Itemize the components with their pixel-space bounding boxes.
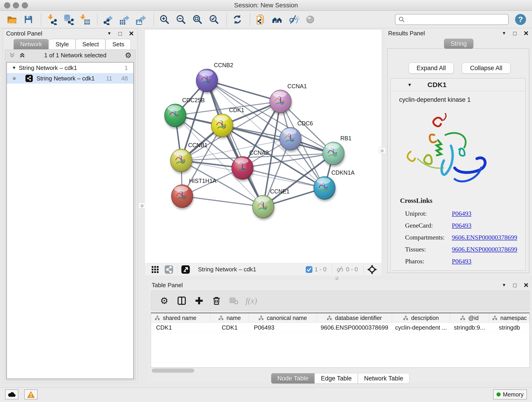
network-node-CCNB2[interactable]: CCNB2 (196, 62, 233, 92)
network-edge-HIST1H1A-CCNE1[interactable] (182, 196, 263, 207)
column-header-database-identifier[interactable]: database identifier (317, 313, 392, 322)
export-network-icon[interactable] (102, 13, 114, 26)
collapse-all-chevrons-icon[interactable] (9, 52, 16, 59)
bottom-splitter-handle[interactable] (335, 277, 338, 280)
network-node-CDK1[interactable]: CDK1 (211, 107, 244, 137)
panel-float-icon[interactable]: □ (513, 282, 516, 288)
column-header-canonical-name[interactable]: canonical name (249, 313, 317, 322)
node-label-CDC25B: CDC25B (182, 97, 205, 103)
warning-status-button[interactable] (24, 389, 38, 400)
panel-menu-caret-icon[interactable]: ▼ (502, 283, 506, 288)
open-in-window-icon[interactable] (181, 265, 190, 274)
search-input[interactable] (407, 16, 505, 23)
zoom-selected-icon[interactable] (208, 13, 220, 26)
selected-checkbox-icon[interactable] (305, 266, 313, 273)
network-options-gear-icon[interactable]: ⚙ (125, 51, 132, 60)
export-image-icon[interactable] (135, 13, 147, 26)
network-node-HIST1H1A[interactable]: HIST1H1A (171, 178, 216, 208)
string-home-houses-icon[interactable] (271, 13, 283, 26)
zoom-out-icon[interactable] (175, 13, 187, 26)
column-header-description[interactable]: description (392, 313, 450, 322)
network-node-CCNA1[interactable]: CCNA1 (270, 83, 307, 113)
gene-collapse-caret-icon[interactable]: ▼ (407, 82, 412, 88)
show-columns-icon[interactable] (175, 295, 188, 306)
delete-column-trash-icon[interactable] (210, 295, 223, 306)
panel-close-icon[interactable]: ✕ (129, 30, 134, 37)
memory-button[interactable]: Memory (493, 389, 527, 400)
table-horizontal-scrollbar[interactable] (152, 369, 194, 373)
table-cell[interactable]: CDK1 (210, 323, 249, 332)
table-cell[interactable]: P06493 (249, 323, 317, 332)
network-node-RB1[interactable]: RB1 (323, 135, 352, 165)
crosslink-value-link[interactable]: P06493 (452, 222, 472, 229)
birdseye-grid-icon[interactable] (151, 265, 159, 274)
expand-all-chevrons-icon[interactable] (19, 52, 26, 59)
zoom-in-icon[interactable] (158, 13, 171, 26)
panel-menu-caret-icon[interactable]: ▼ (107, 31, 112, 36)
column-header-name[interactable]: name (210, 313, 249, 322)
column-header-namespac[interactable]: namespac (489, 313, 530, 322)
crosslink-value-link[interactable]: P06493 (452, 258, 472, 265)
panel-float-icon[interactable]: □ (118, 30, 122, 37)
hidden-glasses-icon[interactable] (336, 265, 344, 274)
gene-card-header[interactable]: ▼ CDK1 (391, 79, 525, 91)
right-splitter-handle[interactable] (379, 148, 385, 153)
clone-network-document-icon[interactable] (255, 13, 267, 26)
panel-menu-caret-icon[interactable]: ▼ (502, 31, 506, 36)
import-database-icon[interactable] (62, 13, 74, 26)
table-cell[interactable]: stringdb:9... (450, 323, 489, 332)
fit-selected-crosshair-icon[interactable] (367, 265, 377, 274)
node-gloss-highlight (317, 178, 330, 184)
tab-select[interactable]: Select (76, 39, 105, 49)
glass-ball-effect-glasses-icon[interactable] (288, 13, 300, 26)
table-cell[interactable]: cyclin-dependent ... (392, 323, 450, 332)
collapse-all-button[interactable]: Collapse All (462, 63, 510, 74)
expand-all-button[interactable]: Expand All (409, 63, 454, 74)
network-row-selected[interactable]: String Network – cdk1 11 48 (7, 73, 133, 84)
crosslink-value-link[interactable]: 9606.ENSP00000378699 (452, 234, 517, 241)
help-button[interactable]: ? (515, 14, 526, 25)
tab-node-table[interactable]: Node Table (271, 373, 315, 384)
column-header-shared-name[interactable]: shared name (151, 313, 210, 322)
table-cell[interactable]: stringdb (489, 323, 530, 332)
panel-float-icon[interactable]: □ (513, 30, 516, 37)
tab-style[interactable]: Style (49, 39, 75, 49)
table-options-gear-icon[interactable]: ⚙ (158, 295, 171, 306)
open-session-button[interactable] (6, 13, 18, 26)
collection-caret-icon[interactable]: ▼ (12, 65, 19, 70)
tab-sets[interactable]: Sets (106, 39, 131, 49)
network-collection-row[interactable]: ▼ String Network – cdk1 1 (7, 63, 133, 73)
cloud-status-button[interactable] (5, 389, 18, 400)
add-column-icon[interactable] (193, 295, 206, 306)
results-panel: Results Panel ▼ □ ✕ String Expand All Co… (385, 28, 532, 276)
panel-close-icon[interactable]: ✕ (524, 30, 529, 37)
network-node-CDC6[interactable]: CDC6 (280, 120, 313, 150)
crosslink-value-link[interactable]: P06493 (452, 210, 472, 217)
tab-edge-table[interactable]: Edge Table (315, 373, 358, 384)
table-cell[interactable]: CDK1 (151, 323, 210, 332)
refresh-icon[interactable] (231, 13, 243, 26)
import-table-icon[interactable] (79, 13, 91, 26)
import-network-icon[interactable] (46, 13, 58, 26)
panel-close-icon[interactable]: ✕ (524, 281, 529, 289)
network-view-canvas[interactable]: CCNB2CCNA1CDC25BCDK1CDC6RB1CCNB1CCNA2CDK… (145, 30, 381, 263)
tab-network-table[interactable]: Network Table (358, 373, 409, 384)
tab-string[interactable]: String (444, 39, 473, 49)
network-node-CCNB1[interactable]: CCNB1 (171, 142, 208, 172)
tab-network[interactable]: Network (13, 39, 49, 49)
column-header--id[interactable]: @id (450, 313, 489, 322)
network-node-CCNE1[interactable]: CCNE1 (253, 188, 290, 218)
crosslink-value-link[interactable]: 9606.ENSP00000378699 (452, 246, 517, 253)
zoom-fit-icon[interactable] (191, 13, 203, 26)
network-share-badge-icon[interactable] (164, 265, 173, 274)
network-node-CDKN1A[interactable]: CDKN1A (314, 169, 355, 199)
glass-ball-orb-icon[interactable] (304, 13, 316, 26)
table-row[interactable]: CDK1CDK1P064939606.ENSP00000378699cyclin… (151, 323, 530, 332)
save-session-button[interactable] (22, 13, 34, 26)
left-splitter-handle[interactable] (139, 203, 145, 209)
network-edge-CCNB2-CCNE1[interactable] (207, 80, 263, 207)
export-table-icon[interactable] (119, 13, 131, 26)
search-box[interactable] (395, 14, 509, 25)
crosslink-label: Uniprot: (400, 210, 452, 217)
table-cell[interactable]: 9606.ENSP00000378699 (317, 323, 392, 332)
